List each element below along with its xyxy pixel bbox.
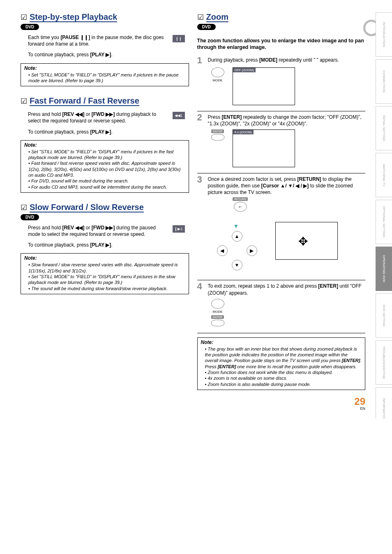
note-item: Set "STILL MODE" to "FIELD" in "DISPLAY"… — [28, 149, 185, 161]
checkbox-icon: ☑ — [21, 97, 27, 106]
note-title: Note: — [24, 65, 185, 71]
text: To continue playback, press — [28, 52, 90, 58]
play-button-ref: [PLAY ▶] — [90, 52, 111, 58]
note-box-zoom: Note: The gray box with an inner blue bo… — [197, 337, 366, 390]
note-item: Zoom function does not work while the di… — [205, 369, 362, 375]
rev-button-ref: [REV ◀◀] — [62, 111, 84, 117]
tab-watching-tv: WATCHING TV — [376, 153, 392, 197]
left-column: ☑ Step-by-step Playback DVD ❙❙ Each time… — [21, 12, 189, 392]
step-number-1: 1 — [197, 56, 205, 65]
up-button-icon: ▲ — [232, 231, 242, 242]
tab-troubleshooting: TROUBLESHOOTING — [376, 340, 392, 385]
enter-remote-icon: ENTER — [211, 129, 224, 141]
text: The gray box with an inner blue box that… — [205, 346, 357, 363]
separator — [197, 173, 366, 173]
enter-button-ref: [ENTER] — [318, 283, 338, 289]
note-item: Zoom function is also available during p… — [205, 381, 362, 387]
mode-label: MODE — [213, 78, 223, 82]
note-title: Note: — [201, 339, 362, 345]
separator — [197, 333, 366, 333]
page-lang: EN — [21, 406, 365, 411]
side-tabs: INTRODUCTION CONNECTION INITIAL SETTING … — [376, 12, 392, 419]
slow-para1: Press and hold [REV ◀◀] or [FWD ▶▶] duri… — [28, 224, 185, 238]
text: To continue playback, press — [28, 129, 90, 135]
rev-osd-icon: ◀◀1 — [173, 112, 185, 119]
fast-para1: Press and hold [REV ◀◀] or [FWD ▶▶] duri… — [28, 111, 185, 124]
section-title-zoom: Zoom — [206, 12, 228, 22]
fwd-button-ref: [FWD ▶▶] — [92, 225, 115, 231]
right-button-icon: ▶ — [247, 245, 257, 256]
tab-operating-dvd: OPERATING DVD — [376, 247, 392, 291]
zoom-intro: The zoom function allows you to enlarge … — [197, 37, 366, 51]
return-remote-icon: RETURN ↩ — [214, 197, 267, 212]
right-column: ☑ Zoom DVD The zoom function allows you … — [197, 12, 382, 392]
tab-connection: CONNECTION — [376, 59, 392, 104]
page-footer: 29 EN — [21, 396, 382, 411]
text: Each time you — [28, 35, 60, 40]
text: . — [111, 129, 112, 135]
play-button-ref: [PLAY ▶] — [90, 242, 111, 248]
text: . — [111, 242, 112, 248]
note-item: The gray box with an inner blue box that… — [205, 346, 362, 369]
dvd-pill: DVD — [21, 214, 39, 220]
text: Press and hold — [28, 225, 62, 231]
up-arrow-icon: ▼ — [233, 223, 239, 229]
enter-label: ENTER — [211, 129, 224, 133]
enter-remote-icon: ENTER — [211, 315, 224, 327]
text: . — [111, 52, 112, 58]
mode-remote-icon: MODE — [211, 299, 224, 314]
text: During playback, press — [208, 57, 259, 63]
down-button-icon: ▼ — [232, 260, 242, 270]
slow-osd-icon: ❙▶1 — [173, 225, 185, 233]
tab-information: INFORMATION — [376, 387, 392, 419]
page-number: 29 — [354, 396, 365, 407]
osd-tag: OFF (ZOOM) — [233, 68, 256, 72]
text: Press and hold — [28, 111, 62, 117]
mode-remote-icon: MODE — [211, 67, 224, 82]
note-box-fast: Note: Set "STILL MODE" to "FIELD" in "DI… — [21, 140, 189, 193]
slow-continue: To continue playback, press [PLAY ▶]. — [28, 242, 185, 248]
section-title-step-playback: Step-by-step Playback — [30, 12, 117, 22]
osd-tag: 4 x (ZOOM) — [233, 130, 254, 134]
text: Press — [208, 114, 222, 120]
note-item: Slow forward / slow reverse speed varies… — [28, 262, 185, 274]
note-title: Note: — [24, 142, 185, 148]
checkbox-icon: ☑ — [197, 13, 204, 22]
note-box-step-playback: Note: Set "STILL MODE" to "FIELD" in "DI… — [21, 63, 189, 87]
section-title-slow: Slow Forward / Slow Reverse — [30, 203, 144, 212]
note-item: 4x zoom is not available on some discs. — [205, 375, 362, 381]
step-number-3: 3 — [197, 175, 205, 196]
cursor-button-ref: [Cursor ▲/ ▼/ ◀ / ▶] — [261, 183, 309, 189]
text: or — [84, 111, 91, 117]
tv-thumb-pan: ✥ — [275, 222, 338, 260]
step3-text: Once a desired zoom factor is set, press… — [208, 175, 366, 196]
enter-ref: [ENTER] — [218, 364, 236, 369]
return-button-ref: [RETURN] — [297, 176, 321, 182]
note-item: Fast forward / fast reverse speed varies… — [28, 160, 185, 178]
fast-continue: To continue playback, press [PLAY ▶]. — [28, 129, 185, 135]
text: or — [84, 225, 91, 231]
note-item: For audio CD and MP3, sound will be inte… — [28, 184, 185, 190]
text: To exit zoom, repeat steps 1 to 2 above … — [208, 283, 318, 289]
left-button-icon: ◀ — [217, 245, 228, 256]
text: Once a desired zoom factor is set, press — [208, 176, 297, 182]
text: repeatedly until " " appears. — [277, 57, 339, 63]
note-box-slow: Note: Slow forward / slow reverse speed … — [21, 253, 189, 294]
note-item: The sound will be muted during slow forw… — [28, 286, 185, 291]
separator — [197, 111, 366, 111]
tab-optional-setting: OPTIONAL SETTING — [376, 200, 392, 244]
text: one more time to recall the position gui… — [236, 364, 357, 369]
tab-dvd-setting: DVD SETTING — [376, 293, 392, 338]
step-number-2: 2 — [197, 113, 205, 127]
pause-button-ref: [PAUSE ❙❙] — [60, 35, 90, 40]
note-item: Set "STILL MODE" to "FIELD" in "DISPLAY"… — [28, 72, 185, 84]
checkbox-icon: ☑ — [21, 13, 27, 22]
tv-thumb-4x-zoom: 4 x (ZOOM) — [233, 129, 295, 167]
fwd-button-ref: [FWD ▶▶] — [92, 111, 115, 117]
return-label: RETURN — [233, 197, 248, 201]
rev-button-ref: [REV ◀◀] — [62, 225, 84, 231]
play-button-ref: [PLAY ▶] — [90, 129, 111, 135]
note-item: Set "STILL MODE" to "FIELD" in "DISPLAY"… — [28, 274, 185, 286]
enter-ref: [ENTER] — [342, 358, 360, 363]
dvd-pill: DVD — [21, 24, 39, 30]
